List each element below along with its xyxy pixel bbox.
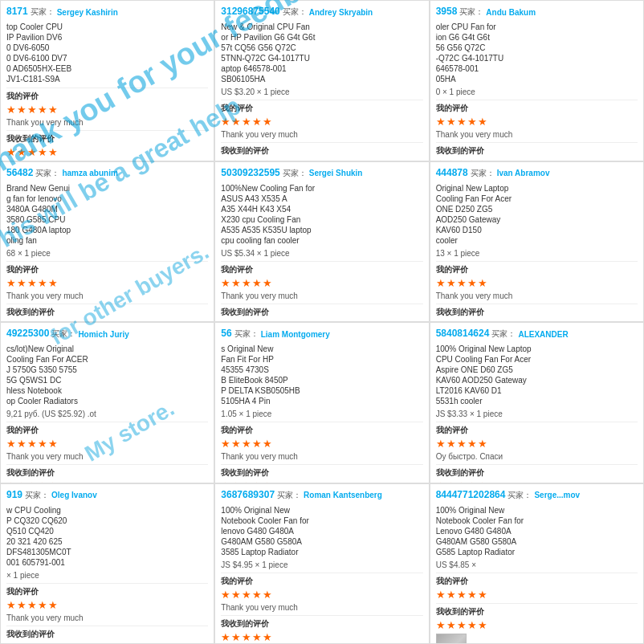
review-cell-7: 56 买家： Liam Montgomery s Original NewFan…: [214, 322, 429, 483]
divider2: [6, 626, 208, 626]
price-info: 68 × 1 piece: [6, 249, 208, 258]
rating-stars: ★★★★★: [6, 599, 208, 611]
price-info: × 1 piece: [6, 571, 208, 580]
received-label: 我收到的评价: [436, 145, 638, 157]
order-id: 444878: [436, 167, 468, 178]
buyer-label: 买家：: [491, 328, 516, 340]
price-info: 9,21 руб. (US $25.92) .ot: [6, 410, 208, 418]
rating-stars: ★★★★★: [221, 116, 422, 128]
divider: [221, 573, 422, 573]
received-stars: ★★★★★: [221, 631, 422, 643]
rating-stars: ★★★★★: [436, 116, 638, 128]
rating-stars: ★★★★★: [436, 277, 638, 289]
review-cell-1: 31296875540 买家： Andrey Skryabin New & Or…: [214, 0, 429, 161]
my-rating-label: 我的评价: [436, 576, 638, 587]
review-cell-6: 49225300 买家： Homich Juriy cs/lot)New Ori…: [0, 322, 214, 483]
buyer-info-row: 49225300 买家： Homich Juriy: [6, 328, 208, 340]
review-cell-0: 8171 买家： Sergey Kashirin top Cooler CPUI…: [0, 0, 214, 161]
buyer-label: 买家：: [31, 6, 55, 18]
product-description: Original New LaptopCooling Fan For AcerO…: [436, 183, 638, 246]
received-label: 我收到的评价: [6, 467, 208, 479]
divider: [6, 261, 208, 262]
reviews-grid: 8171 买家： Sergey Kashirin top Cooler CPUI…: [0, 0, 644, 644]
buyer-name: Sergey Kashirin: [57, 8, 118, 17]
divider2: [436, 464, 638, 465]
product-description: New & Original CPU Fanor HP Pavilion G6 …: [221, 22, 422, 84]
buyer-name: Andrey Skryabin: [309, 8, 373, 17]
my-rating-label: 我的评价: [436, 264, 638, 275]
buyer-name: Roman Kantsenberg: [304, 491, 382, 499]
received-label: 我收到的评价: [436, 467, 638, 479]
my-rating-label: 我的评价: [221, 576, 422, 587]
my-rating-label: 我的评价: [221, 103, 422, 114]
thank-you-text: Thank you very much: [436, 291, 638, 300]
divider: [6, 422, 208, 422]
buyer-info-row: 31296875540 买家： Andrey Skryabin: [221, 6, 422, 18]
product-description: Brand New Genuig fan for lenovo3480A G48…: [6, 183, 208, 246]
divider2: [436, 603, 638, 604]
product-image: img: [436, 634, 467, 645]
buyer-label: 买家：: [283, 6, 307, 18]
rating-stars: ★★★★★: [221, 277, 422, 289]
buyer-info-row: 444878 买家： Ivan Abramov: [436, 167, 638, 180]
rating-stars: ★★★★★: [436, 589, 638, 601]
divider: [221, 261, 422, 262]
product-description: w CPU CoolingP CQ320 CQ620Q510 CQ42020 3…: [6, 505, 208, 568]
divider2: [6, 304, 208, 304]
price-info: US $4.85 ×: [436, 560, 638, 569]
my-rating-label: 我的评价: [6, 264, 208, 275]
buyer-name: hamza abunim: [62, 169, 117, 177]
product-description: s Original NewFan Fit For HP45355 4730SB…: [221, 344, 422, 406]
thank-you-text: Thank you very much: [6, 291, 208, 300]
order-id: 56: [221, 328, 231, 339]
price-info: 1.05 × 1 piece: [221, 410, 422, 418]
buyer-info-row: 3687689307 买家： Roman Kantsenberg: [221, 489, 422, 502]
divider2: [221, 304, 422, 304]
product-description: 100%New Cooling Fan forASUS A43 X535 AA3…: [221, 183, 422, 246]
received-label: 我收到的评价: [221, 145, 422, 157]
buyer-name: Andu Bakum: [486, 8, 536, 17]
review-cell-4: 50309232595 买家： Sergei Shukin 100%New Co…: [214, 161, 429, 323]
buyer-name: Sergei Shukin: [309, 169, 363, 177]
my-rating-label: 我的评价: [221, 425, 422, 436]
buyer-label: 买家：: [277, 490, 301, 501]
order-id: 31296875540: [221, 6, 279, 17]
order-id: 919: [6, 489, 22, 500]
order-id: 3958: [436, 6, 458, 17]
divider: [436, 261, 638, 262]
divider: [436, 100, 638, 100]
buyer-label: 买家：: [51, 328, 75, 340]
review-cell-3: 56482 买家： hamza abunim Brand New Genuig …: [0, 161, 214, 323]
product-description: 100% Original NewNotebook Cooler Fan for…: [221, 505, 422, 557]
rating-stars: ★★★★★: [6, 104, 208, 116]
divider: [6, 583, 208, 584]
buyer-label: 买家：: [283, 168, 307, 179]
received-stars: ★★★★★: [6, 146, 208, 158]
divider: [221, 100, 422, 100]
buyer-name: Ivan Abramov: [497, 169, 550, 177]
divider2: [6, 130, 208, 131]
review-cell-11: 8444771202864 买家： Serge...mov 100% Origi…: [430, 483, 644, 645]
thank-you-text: Thank you very much: [436, 130, 638, 139]
divider2: [221, 464, 422, 465]
buyer-label: 买家：: [471, 168, 495, 179]
product-description: cs/lot)New OriginalCooling Fan For ACERJ…: [6, 344, 208, 406]
review-cell-9: 919 买家： Oleg Ivanov w CPU CoolingP CQ320…: [0, 483, 214, 645]
divider: [436, 573, 638, 573]
buyer-name: Serge...mov: [534, 491, 580, 499]
product-description: oler CPU Fan forion G6 G4t G6t56 G56 Q72…: [436, 22, 638, 84]
review-cell-10: 3687689307 买家： Roman Kantsenberg 100% Or…: [214, 483, 429, 645]
thank-you-text: Thank you very much: [6, 613, 208, 622]
buyer-info-row: 919 买家： Oleg Ivanov: [6, 489, 208, 502]
buyer-label: 买家：: [35, 168, 59, 179]
received-label: 我收到的评价: [436, 307, 638, 318]
buyer-label: 买家：: [459, 6, 483, 18]
received-stars: ★★★★★: [436, 619, 638, 631]
thank-you-text: Thank you very much: [221, 291, 422, 300]
buyer-info-row: 8444771202864 买家： Serge...mov: [436, 489, 638, 502]
buyer-info-row: 8171 买家： Sergey Kashirin: [6, 6, 208, 18]
product-description: 100% Original NewNotebook Cooler Fan for…: [436, 505, 638, 557]
buyer-name: Liam Montgomery: [261, 330, 330, 339]
received-label: 我收到的评价: [221, 307, 422, 318]
order-id: 3687689307: [221, 489, 275, 500]
